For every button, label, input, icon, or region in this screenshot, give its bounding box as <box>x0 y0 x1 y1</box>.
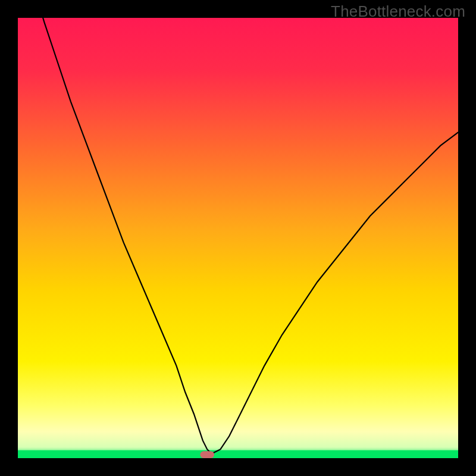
current-config-marker <box>200 451 214 458</box>
plot-area <box>18 18 458 458</box>
bottleneck-curve-chart <box>18 18 458 458</box>
optimal-band <box>18 450 458 458</box>
chart-container: TheBottleneck.com <box>0 0 476 476</box>
watermark-text: TheBottleneck.com <box>331 2 465 21</box>
gradient-background <box>18 18 458 458</box>
